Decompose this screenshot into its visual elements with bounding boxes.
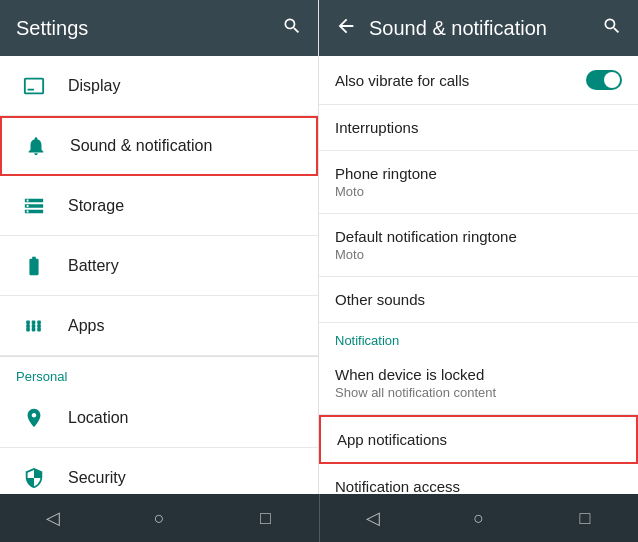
personal-section-header: Personal bbox=[0, 357, 318, 388]
left-nav: ◁ ○ □ bbox=[0, 494, 319, 542]
right-header: Sound & notification bbox=[319, 0, 638, 56]
right-item-also-vibrate[interactable]: Also vibrate for calls bbox=[319, 56, 638, 105]
sidebar-item-location[interactable]: Location bbox=[0, 388, 318, 448]
sidebar-item-storage-label: Storage bbox=[68, 197, 124, 215]
security-icon bbox=[16, 467, 52, 489]
apps-icon bbox=[16, 315, 52, 337]
left-panel: Settings Display Sound & notification bbox=[0, 0, 319, 494]
phone-ringtone-title: Phone ringtone bbox=[335, 165, 622, 182]
left-panel-title: Settings bbox=[16, 17, 88, 40]
right-item-app-notifications[interactable]: App notifications bbox=[319, 415, 638, 464]
default-notification-title: Default notification ringtone bbox=[335, 228, 622, 245]
app-notifications-title: App notifications bbox=[337, 431, 620, 448]
sidebar-item-security-label: Security bbox=[68, 469, 126, 487]
sidebar-item-sound-label: Sound & notification bbox=[70, 137, 212, 155]
right-item-default-notification[interactable]: Default notification ringtone Moto bbox=[319, 214, 638, 277]
also-vibrate-title: Also vibrate for calls bbox=[335, 72, 469, 89]
bell-icon bbox=[18, 135, 54, 157]
right-item-when-locked[interactable]: When device is locked Show all notificat… bbox=[319, 352, 638, 415]
notification-section-header: Notification bbox=[319, 323, 638, 352]
left-search-icon[interactable] bbox=[282, 16, 302, 41]
also-vibrate-toggle[interactable] bbox=[586, 70, 622, 90]
right-item-interruptions[interactable]: Interruptions bbox=[319, 105, 638, 151]
sidebar-item-storage[interactable]: Storage bbox=[0, 176, 318, 236]
sidebar-item-battery[interactable]: Battery bbox=[0, 236, 318, 296]
location-icon bbox=[16, 407, 52, 429]
sidebar-item-apps[interactable]: Apps bbox=[0, 296, 318, 356]
display-icon bbox=[16, 75, 52, 97]
left-recents-button[interactable]: □ bbox=[241, 494, 289, 542]
right-nav: ◁ ○ □ bbox=[320, 494, 639, 542]
right-home-button[interactable]: ○ bbox=[455, 494, 503, 542]
default-notification-subtitle: Moto bbox=[335, 247, 622, 262]
other-sounds-title: Other sounds bbox=[335, 291, 622, 308]
right-item-notification-access[interactable]: Notification access 1 app can read notif… bbox=[319, 464, 638, 494]
right-search-icon[interactable] bbox=[602, 16, 622, 40]
right-panel-title: Sound & notification bbox=[369, 17, 547, 40]
sidebar-item-battery-label: Battery bbox=[68, 257, 119, 275]
storage-icon bbox=[16, 195, 52, 217]
right-panel: Sound & notification Also vibrate for ca… bbox=[319, 0, 638, 494]
right-back-button[interactable]: ◁ bbox=[349, 494, 397, 542]
right-recents-button[interactable]: □ bbox=[561, 494, 609, 542]
left-back-button[interactable]: ◁ bbox=[29, 494, 77, 542]
sidebar-item-sound[interactable]: Sound & notification bbox=[0, 116, 318, 176]
bottom-nav: ◁ ○ □ ◁ ○ □ bbox=[0, 494, 638, 542]
when-locked-subtitle: Show all notification content bbox=[335, 385, 622, 400]
left-home-button[interactable]: ○ bbox=[135, 494, 183, 542]
sidebar-item-security[interactable]: Security bbox=[0, 448, 318, 494]
sidebar-item-location-label: Location bbox=[68, 409, 129, 427]
phone-ringtone-subtitle: Moto bbox=[335, 184, 622, 199]
sidebar-item-display[interactable]: Display bbox=[0, 56, 318, 116]
when-locked-title: When device is locked bbox=[335, 366, 622, 383]
right-item-phone-ringtone[interactable]: Phone ringtone Moto bbox=[319, 151, 638, 214]
right-items-list: Also vibrate for calls Interruptions Pho… bbox=[319, 56, 638, 494]
battery-icon bbox=[16, 255, 52, 277]
interruptions-title: Interruptions bbox=[335, 119, 622, 136]
sidebar-item-apps-label: Apps bbox=[68, 317, 104, 335]
left-header: Settings bbox=[0, 0, 318, 56]
right-header-left: Sound & notification bbox=[335, 15, 547, 41]
sidebar-item-display-label: Display bbox=[68, 77, 120, 95]
left-items-list: Display Sound & notification Storage bbox=[0, 56, 318, 494]
right-item-other-sounds[interactable]: Other sounds bbox=[319, 277, 638, 323]
back-icon[interactable] bbox=[335, 15, 357, 41]
notification-access-title: Notification access bbox=[335, 478, 622, 494]
